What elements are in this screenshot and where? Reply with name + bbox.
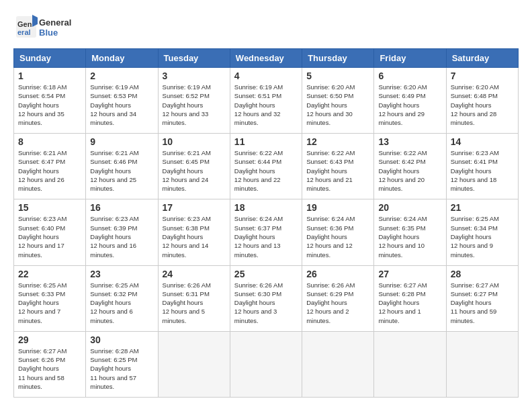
day-number: 25: [234, 269, 298, 279]
day-info: Sunrise: 6:21 AMSunset: 6:46 PMDaylight …: [90, 148, 153, 193]
day-info: Sunrise: 6:24 AMSunset: 6:36 PMDaylight …: [306, 214, 369, 259]
svg-text:eral: eral: [17, 28, 31, 36]
calendar-day: 6Sunrise: 6:20 AMSunset: 6:49 PMDaylight…: [374, 68, 446, 134]
day-info: Sunrise: 6:20 AMSunset: 6:49 PMDaylight …: [378, 83, 441, 127]
calendar-day: 20Sunrise: 6:24 AMSunset: 6:35 PMDayligh…: [374, 199, 446, 265]
calendar-day: 22Sunrise: 6:25 AMSunset: 6:33 PMDayligh…: [14, 265, 86, 331]
calendar-day: 1Sunrise: 6:18 AMSunset: 6:54 PMDaylight…: [14, 68, 86, 134]
calendar-day: 18Sunrise: 6:24 AMSunset: 6:37 PMDayligh…: [230, 199, 302, 265]
day-number: 5: [306, 71, 369, 81]
day-number: 18: [234, 202, 298, 213]
calendar-day: [302, 331, 374, 397]
day-number: 24: [163, 269, 226, 279]
calendar-day: 5Sunrise: 6:20 AMSunset: 6:50 PMDaylight…: [302, 68, 374, 134]
day-number: 22: [18, 269, 81, 279]
day-info: Sunrise: 6:22 AMSunset: 6:42 PMDaylight …: [378, 148, 441, 193]
calendar-week-row: 1Sunrise: 6:18 AMSunset: 6:54 PMDaylight…: [14, 68, 519, 134]
day-number: 13: [378, 136, 441, 147]
day-number: 14: [451, 136, 514, 147]
calendar-week-row: 22Sunrise: 6:25 AMSunset: 6:33 PMDayligh…: [14, 265, 519, 331]
day-number: 6: [378, 71, 441, 81]
weekday-header: Tuesday: [158, 49, 230, 68]
weekday-header: Friday: [374, 49, 446, 68]
calendar-day: 17Sunrise: 6:23 AMSunset: 6:38 PMDayligh…: [158, 199, 230, 265]
day-info: Sunrise: 6:20 AMSunset: 6:50 PMDaylight …: [306, 83, 369, 127]
day-info: Sunrise: 6:25 AMSunset: 6:32 PMDaylight …: [90, 281, 153, 325]
day-number: 10: [163, 136, 226, 147]
calendar-day: 24Sunrise: 6:26 AMSunset: 6:31 PMDayligh…: [158, 265, 230, 331]
calendar-day: 27Sunrise: 6:27 AMSunset: 6:28 PMDayligh…: [374, 265, 446, 331]
svg-text:Blue: Blue: [39, 28, 58, 38]
calendar-day: 25Sunrise: 6:26 AMSunset: 6:30 PMDayligh…: [230, 265, 302, 331]
day-number: 15: [18, 202, 81, 213]
calendar-day: [446, 331, 518, 397]
day-info: Sunrise: 6:24 AMSunset: 6:37 PMDaylight …: [234, 214, 298, 259]
day-info: Sunrise: 6:27 AMSunset: 6:26 PMDaylight …: [18, 347, 81, 391]
weekday-header: Sunday: [14, 49, 86, 68]
weekday-header: Monday: [86, 49, 158, 68]
day-info: Sunrise: 6:25 AMSunset: 6:33 PMDaylight …: [18, 281, 81, 325]
calendar-day: 28Sunrise: 6:27 AMSunset: 6:27 PMDayligh…: [446, 265, 518, 331]
day-info: Sunrise: 6:22 AMSunset: 6:44 PMDaylight …: [234, 148, 298, 193]
calendar-day: [230, 331, 302, 397]
day-info: Sunrise: 6:19 AMSunset: 6:52 PMDaylight …: [163, 83, 226, 127]
calendar-day: 15Sunrise: 6:23 AMSunset: 6:40 PMDayligh…: [14, 199, 86, 265]
day-info: Sunrise: 6:26 AMSunset: 6:31 PMDaylight …: [163, 281, 226, 325]
day-number: 26: [306, 269, 369, 279]
calendar-day: 29Sunrise: 6:27 AMSunset: 6:26 PMDayligh…: [14, 331, 86, 397]
day-number: 29: [18, 334, 81, 345]
calendar-day: 21Sunrise: 6:25 AMSunset: 6:34 PMDayligh…: [446, 199, 518, 265]
day-number: 4: [234, 71, 298, 81]
calendar-day: 12Sunrise: 6:22 AMSunset: 6:43 PMDayligh…: [302, 134, 374, 199]
weekday-header: Saturday: [446, 49, 518, 68]
day-info: Sunrise: 6:27 AMSunset: 6:27 PMDaylight …: [451, 281, 514, 325]
calendar-day: 16Sunrise: 6:23 AMSunset: 6:39 PMDayligh…: [86, 199, 158, 265]
day-number: 7: [451, 71, 514, 81]
day-number: 20: [378, 202, 441, 213]
calendar-day: [158, 331, 230, 397]
day-info: Sunrise: 6:23 AMSunset: 6:38 PMDaylight …: [163, 214, 226, 259]
logo: General Blue Gen eral: [13, 13, 74, 40]
day-info: Sunrise: 6:21 AMSunset: 6:45 PMDaylight …: [163, 148, 226, 193]
day-number: 23: [90, 269, 153, 279]
day-number: 12: [306, 136, 369, 147]
calendar-day: 8Sunrise: 6:21 AMSunset: 6:47 PMDaylight…: [14, 134, 86, 199]
calendar-day: 7Sunrise: 6:20 AMSunset: 6:48 PMDaylight…: [446, 68, 518, 134]
calendar-day: 23Sunrise: 6:25 AMSunset: 6:32 PMDayligh…: [86, 265, 158, 331]
day-number: 28: [451, 269, 514, 279]
day-number: 11: [234, 136, 298, 147]
day-number: 21: [451, 202, 514, 213]
calendar-week-row: 8Sunrise: 6:21 AMSunset: 6:47 PMDaylight…: [14, 134, 519, 199]
day-number: 30: [90, 334, 153, 345]
calendar-day: 4Sunrise: 6:19 AMSunset: 6:51 PMDaylight…: [230, 68, 302, 134]
day-number: 2: [90, 71, 153, 81]
day-info: Sunrise: 6:25 AMSunset: 6:34 PMDaylight …: [451, 214, 514, 259]
svg-text:General: General: [39, 17, 71, 28]
day-info: Sunrise: 6:18 AMSunset: 6:54 PMDaylight …: [18, 83, 81, 127]
calendar-week-row: 29Sunrise: 6:27 AMSunset: 6:26 PMDayligh…: [14, 331, 519, 397]
day-info: Sunrise: 6:20 AMSunset: 6:48 PMDaylight …: [451, 83, 514, 127]
day-info: Sunrise: 6:28 AMSunset: 6:25 PMDaylight …: [90, 347, 153, 391]
calendar-day: 2Sunrise: 6:19 AMSunset: 6:53 PMDaylight…: [86, 68, 158, 134]
calendar-page: General Blue Gen eral SundayMondayTuesda…: [0, 0, 532, 411]
day-info: Sunrise: 6:22 AMSunset: 6:43 PMDaylight …: [306, 148, 369, 193]
weekday-header: Thursday: [302, 49, 374, 68]
calendar-table: SundayMondayTuesdayWednesdayThursdayFrid…: [13, 48, 519, 398]
day-number: 17: [163, 202, 226, 213]
weekday-header-row: SundayMondayTuesdayWednesdayThursdayFrid…: [14, 49, 519, 68]
calendar-day: 26Sunrise: 6:26 AMSunset: 6:29 PMDayligh…: [302, 265, 374, 331]
day-info: Sunrise: 6:24 AMSunset: 6:35 PMDaylight …: [378, 214, 441, 259]
day-info: Sunrise: 6:19 AMSunset: 6:51 PMDaylight …: [234, 83, 298, 127]
day-info: Sunrise: 6:23 AMSunset: 6:39 PMDaylight …: [90, 214, 153, 259]
calendar-day: 30Sunrise: 6:28 AMSunset: 6:25 PMDayligh…: [86, 331, 158, 397]
calendar-day: 10Sunrise: 6:21 AMSunset: 6:45 PMDayligh…: [158, 134, 230, 199]
calendar-day: 13Sunrise: 6:22 AMSunset: 6:42 PMDayligh…: [374, 134, 446, 199]
day-info: Sunrise: 6:27 AMSunset: 6:28 PMDaylight …: [378, 281, 441, 325]
calendar-day: 14Sunrise: 6:23 AMSunset: 6:41 PMDayligh…: [446, 134, 518, 199]
day-number: 1: [18, 71, 81, 81]
logo-svg: General Blue Gen eral: [13, 13, 74, 40]
day-info: Sunrise: 6:19 AMSunset: 6:53 PMDaylight …: [90, 83, 153, 127]
calendar-day: 19Sunrise: 6:24 AMSunset: 6:36 PMDayligh…: [302, 199, 374, 265]
day-number: 8: [18, 136, 81, 147]
calendar-day: 9Sunrise: 6:21 AMSunset: 6:46 PMDaylight…: [86, 134, 158, 199]
